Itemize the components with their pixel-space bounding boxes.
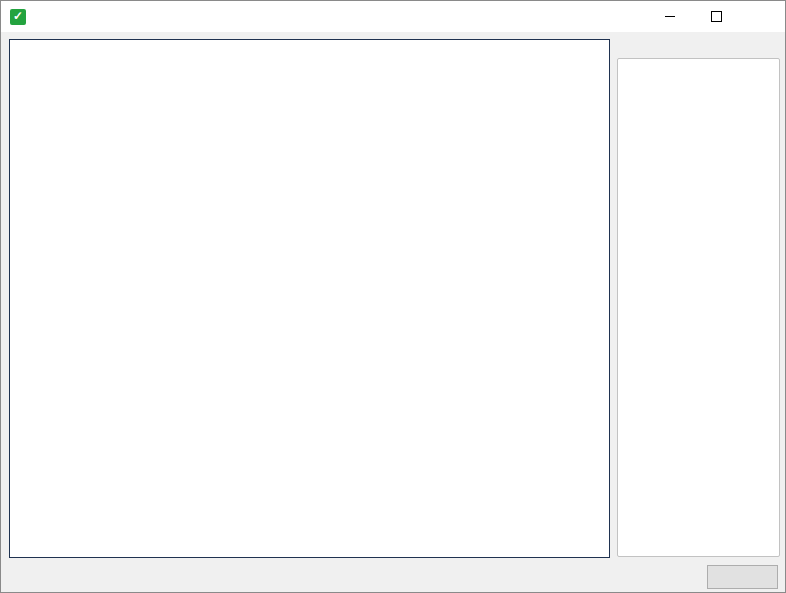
close-button[interactable] — [707, 565, 778, 589]
close-window-button[interactable] — [739, 1, 785, 32]
maximize-icon — [711, 11, 722, 22]
minimize-icon — [665, 16, 675, 17]
legend-panel — [617, 41, 780, 557]
dialog-content — [1, 32, 785, 592]
maximize-button[interactable] — [693, 1, 739, 32]
legend-list — [617, 58, 780, 557]
minimize-button[interactable] — [647, 1, 693, 32]
plot-area — [10, 40, 609, 557]
dialog-window — [0, 0, 786, 593]
chart-panel — [9, 39, 610, 558]
window-controls — [647, 1, 785, 32]
green-check-icon — [10, 9, 26, 25]
title-bar — [1, 1, 785, 32]
